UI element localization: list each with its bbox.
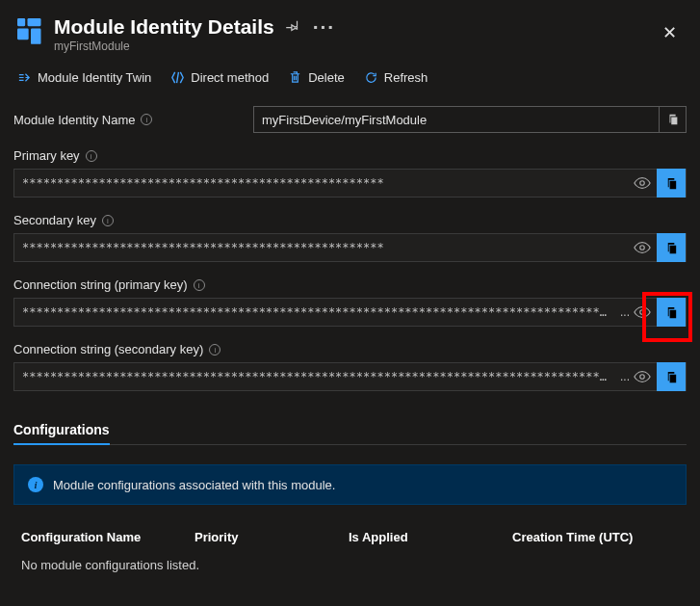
svg-rect-2 [17,29,29,40]
info-icon[interactable]: i [209,344,220,356]
show-secondary-key-button[interactable] [634,239,651,256]
svg-rect-1 [28,18,41,26]
copy-icon [666,113,680,126]
svg-point-4 [640,181,645,186]
truncation-ellipsis: ... [620,370,634,383]
svg-rect-3 [31,29,41,44]
copy-icon [664,241,679,255]
module-icon [17,18,44,45]
copy-connection-string-secondary-button[interactable] [657,362,686,391]
primary-key-field: ****************************************… [13,169,687,198]
truncation-ellipsis: ... [620,305,634,319]
copy-primary-key-button[interactable] [657,169,686,198]
column-priority: Priority [194,530,349,544]
column-configuration-name: Configuration Name [21,530,194,544]
toolbar-direct-label: Direct method [191,70,269,85]
connection-string-primary-field: ****************************************… [13,298,687,327]
delete-button[interactable]: Delete [288,70,345,85]
svg-rect-0 [17,18,25,26]
module-identity-name-input[interactable] [253,106,660,133]
show-connection-string-secondary-button[interactable] [634,368,651,385]
primary-key-value: ****************************************… [14,176,634,190]
connection-string-secondary-label: Connection string (secondary key) [13,342,203,356]
copy-connection-string-primary-button[interactable] [657,298,686,327]
toolbar-refresh-label: Refresh [384,70,428,85]
info-banner-text: Module configurations associated with th… [53,478,335,492]
module-identity-twin-button[interactable]: Module Identity Twin [17,70,151,85]
copy-secondary-key-button[interactable] [657,233,686,262]
secondary-key-value: ****************************************… [14,241,634,254]
column-is-applied: Is Applied [349,530,512,544]
close-button[interactable]: ✕ [657,20,683,45]
copy-name-button[interactable] [660,106,687,133]
connection-string-primary-label: Connection string (primary key) [13,277,188,292]
info-icon[interactable]: i [141,114,152,125]
configurations-table: Configuration Name Priority Is Applied C… [13,526,687,582]
page-subtitle: myFirstModule [54,40,647,53]
info-icon[interactable]: i [194,279,205,291]
info-icon[interactable]: i [102,215,114,226]
toolbar-delete-label: Delete [308,70,345,85]
copy-icon [664,176,679,191]
info-banner-icon: i [28,477,43,492]
svg-point-6 [640,310,645,315]
configurations-section: Configurations i Module configurations a… [13,422,687,582]
info-banner: i Module configurations associated with … [13,464,687,505]
toolbar-twin-label: Module Identity Twin [38,70,151,85]
svg-point-7 [640,375,645,380]
secondary-key-field: ****************************************… [13,233,687,262]
copy-icon [664,370,679,384]
show-primary-key-button[interactable] [634,174,651,192]
more-icon[interactable]: ··· [313,15,336,39]
refresh-button[interactable]: Refresh [364,70,428,85]
table-empty-row: No module configurations listed. [13,548,687,582]
show-connection-string-primary-button[interactable] [634,303,651,321]
module-identity-name-label: Module Identity Name [13,113,135,127]
page-title: Module Identity Details [54,15,274,39]
direct-method-button[interactable]: Direct method [170,70,269,85]
pin-icon[interactable] [286,19,301,35]
primary-key-label: Primary key [13,148,80,163]
toolbar: Module Identity Twin Direct method Delet… [13,63,687,98]
svg-point-5 [640,246,645,250]
column-creation-time: Creation Time (UTC) [512,530,679,544]
configurations-tab[interactable]: Configurations [13,422,110,445]
secondary-key-label: Secondary key [13,213,96,227]
connection-string-primary-value: ****************************************… [14,305,620,319]
page-header: Module Identity Details ··· myFirstModul… [13,10,687,63]
connection-string-secondary-value: ****************************************… [14,370,620,383]
connection-string-secondary-field: ****************************************… [13,362,687,391]
info-icon[interactable]: i [86,150,97,162]
copy-icon [664,305,679,320]
